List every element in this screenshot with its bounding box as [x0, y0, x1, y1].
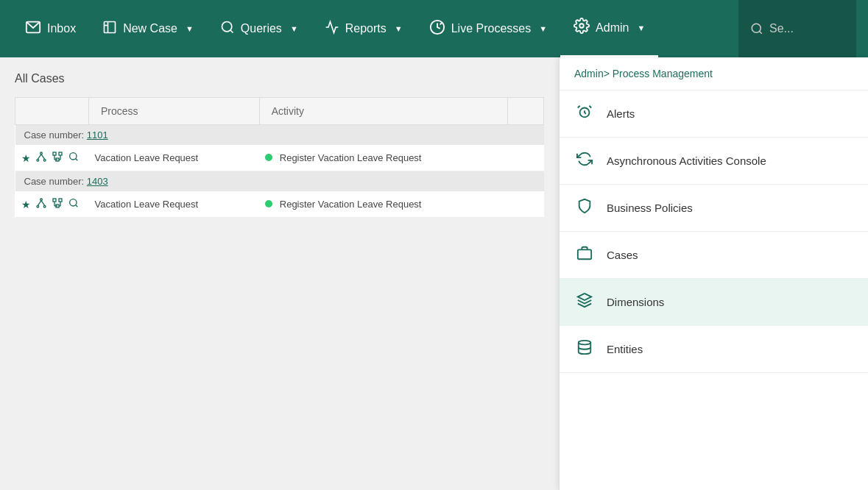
- svg-line-40: [589, 106, 591, 108]
- table-row: Case number: 1403: [15, 171, 544, 192]
- activity-cell: Register Vacation Leave Request: [259, 191, 508, 218]
- table-row: ★ Vacation Leave Reques: [15, 191, 544, 218]
- svg-rect-30: [59, 199, 62, 202]
- reports-arrow-icon: ▼: [395, 24, 403, 33]
- svg-line-28: [41, 201, 45, 206]
- inbox-icon: [25, 19, 41, 39]
- case-number-cell: Case number: 1101: [15, 125, 544, 146]
- dropdown-item-label: Business Policies: [607, 202, 693, 214]
- extra-cell: [508, 145, 544, 171]
- nav-reports[interactable]: Reports ▼: [311, 0, 416, 57]
- dropdown-items-list: Alerts Asynchronous Activities Console B…: [560, 90, 868, 490]
- search-box[interactable]: Se...: [738, 0, 856, 57]
- dropdown-item-business-policies[interactable]: Business Policies: [560, 185, 868, 232]
- svg-rect-41: [578, 249, 591, 259]
- svg-rect-29: [53, 199, 56, 202]
- nav-live-processes[interactable]: Live Processes ▼: [416, 0, 560, 57]
- svg-point-8: [752, 24, 761, 32]
- col-activity: Activity: [259, 98, 508, 125]
- dropdown-item-label: Alerts: [607, 107, 635, 120]
- table-row: Case number: 1101: [15, 125, 544, 146]
- dropdown-item-entities[interactable]: Entities: [560, 326, 868, 373]
- extra-cell: [508, 191, 544, 218]
- activity-label: Register Vacation Leave Request: [280, 152, 422, 163]
- svg-line-5: [230, 29, 233, 32]
- hierarchy-icon[interactable]: [35, 151, 47, 165]
- dropdown-item-dimensions[interactable]: Dimensions: [560, 279, 868, 326]
- dropdown-item-label: Asynchronous Activities Console: [607, 155, 766, 167]
- case-number-cell: Case number: 1403: [15, 171, 544, 192]
- breadcrumb-section: Process Management: [613, 68, 713, 79]
- col-process: Process: [89, 98, 260, 125]
- process-cell: Vacation Leave Request: [89, 145, 260, 171]
- dropdown-item-label: Dimensions: [607, 296, 664, 308]
- dropdown-breadcrumb: Admin> Process Management: [560, 57, 868, 90]
- flow-icon[interactable]: [52, 197, 63, 211]
- dropdown-item-alerts[interactable]: Alerts: [560, 90, 868, 138]
- row-actions-cell: ★: [15, 191, 89, 218]
- dimensions-icon: [574, 292, 595, 312]
- row-actions-cell: ★: [15, 145, 89, 171]
- svg-point-25: [37, 205, 39, 207]
- activity-cell: Register Vacation Leave Request: [259, 145, 508, 171]
- svg-point-12: [43, 159, 46, 161]
- star-icon[interactable]: ★: [21, 152, 31, 164]
- svg-line-13: [38, 155, 41, 160]
- svg-point-7: [579, 24, 584, 28]
- nav-inbox[interactable]: Inbox: [12, 0, 89, 57]
- dropdown-item-label: Cases: [607, 249, 638, 261]
- breadcrumb-prefix: Admin>: [574, 68, 610, 79]
- dropdown-item-cases[interactable]: Cases: [560, 232, 868, 279]
- nav-admin[interactable]: Admin ▼: [560, 0, 658, 57]
- database-icon: [574, 339, 595, 359]
- admin-arrow-icon: ▼: [637, 24, 645, 32]
- svg-rect-16: [59, 152, 62, 155]
- status-dot: [265, 200, 272, 207]
- flow-icon[interactable]: [52, 151, 63, 165]
- briefcase-icon: [574, 245, 595, 265]
- process-cell: Vacation Leave Request: [89, 191, 260, 218]
- hierarchy-icon[interactable]: [35, 197, 47, 211]
- svg-point-10: [40, 152, 42, 155]
- nav-inbox-label: Inbox: [47, 22, 76, 35]
- svg-point-24: [40, 199, 42, 201]
- table-row: ★ Vacation Leave Reques: [15, 145, 544, 171]
- activity-label: Register Vacation Leave Request: [280, 199, 422, 210]
- nav-admin-label: Admin: [596, 21, 629, 35]
- queries-arrow-icon: ▼: [290, 24, 298, 33]
- svg-line-37: [75, 205, 77, 207]
- svg-line-39: [578, 106, 580, 108]
- search-row-icon[interactable]: [68, 151, 80, 165]
- nav-reports-label: Reports: [345, 22, 387, 35]
- main-content: All Cases Process Activity Case number: …: [0, 57, 868, 490]
- shield-icon: [574, 198, 595, 218]
- dropdown-item-async-activities[interactable]: Asynchronous Activities Console: [560, 138, 868, 185]
- nav-queries[interactable]: Queries ▼: [207, 0, 311, 57]
- svg-line-9: [759, 31, 761, 33]
- top-navigation: Inbox New Case ▼ Queries ▼ Reports ▼ Liv…: [0, 0, 868, 57]
- admin-dropdown-panel: Admin> Process Management Alerts Asynchr…: [559, 57, 868, 490]
- cases-table: Process Activity Case number: 1101 ★: [15, 97, 544, 218]
- col-extra: [508, 98, 544, 125]
- live-processes-icon: [429, 19, 445, 39]
- search-placeholder-text: Se...: [769, 22, 794, 35]
- page-title: All Cases: [15, 72, 544, 85]
- svg-line-14: [41, 155, 45, 160]
- live-processes-arrow-icon: ▼: [539, 24, 547, 33]
- reports-icon: [325, 20, 339, 38]
- svg-point-4: [222, 21, 231, 31]
- case-number-link[interactable]: 1101: [87, 129, 108, 141]
- dropdown-item-label: Entities: [607, 343, 643, 355]
- star-icon[interactable]: ★: [21, 199, 31, 210]
- nav-new-case-label: New Case: [123, 22, 177, 35]
- nav-new-case[interactable]: New Case ▼: [89, 0, 207, 57]
- alarm-icon: [574, 104, 595, 124]
- svg-rect-15: [53, 152, 56, 155]
- async-icon: [574, 151, 595, 171]
- search-row-icon[interactable]: [68, 197, 80, 211]
- nav-queries-label: Queries: [241, 22, 282, 35]
- new-case-arrow-icon: ▼: [186, 24, 194, 33]
- svg-point-26: [43, 205, 46, 207]
- new-case-icon: [102, 20, 117, 38]
- case-number-link[interactable]: 1403: [87, 176, 108, 187]
